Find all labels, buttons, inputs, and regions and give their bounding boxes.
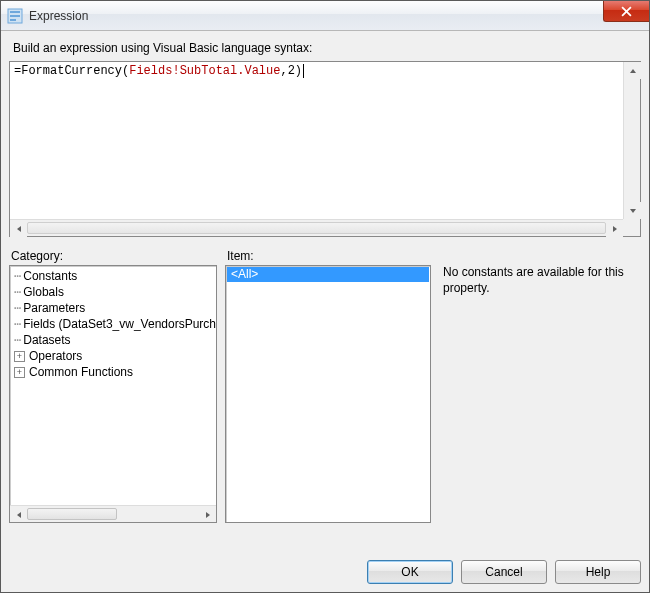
- scroll-right-icon[interactable]: [606, 220, 623, 237]
- tree-item-parameters[interactable]: ⋯ Parameters: [12, 300, 216, 316]
- scroll-corner: [623, 219, 640, 236]
- expression-editor[interactable]: =FormatCurrency(Fields!SubTotal.Value,2): [9, 61, 641, 237]
- dialog-buttons: OK Cancel Help: [367, 560, 641, 584]
- description-spacer: [441, 249, 641, 263]
- scroll-right-icon[interactable]: [199, 506, 216, 523]
- tree-item-operators[interactable]: + Operators: [12, 348, 216, 364]
- scroll-down-icon[interactable]: [624, 202, 641, 219]
- item-list[interactable]: <All>: [225, 265, 431, 523]
- category-horizontal-scrollbar[interactable]: [10, 505, 216, 522]
- selector-row: Category: ⋯ Constants ⋯ Globals ⋯: [9, 249, 641, 523]
- close-button[interactable]: [603, 1, 649, 22]
- editor-horizontal-scrollbar[interactable]: [10, 219, 623, 236]
- scroll-thumb[interactable]: [27, 222, 606, 234]
- text-cursor: [303, 64, 304, 78]
- tree-item-fields[interactable]: ⋯ Fields (DataSet3_vw_VendorsPurcha: [12, 316, 216, 332]
- category-column: Category: ⋯ Constants ⋯ Globals ⋯: [9, 249, 217, 523]
- svg-rect-2: [10, 15, 20, 17]
- instruction-label: Build an expression using Visual Basic l…: [13, 41, 637, 55]
- scroll-up-icon[interactable]: [624, 62, 641, 79]
- expression-dialog: Expression Build an expression using Vis…: [0, 0, 650, 593]
- tree-item-common-functions[interactable]: + Common Functions: [12, 364, 216, 380]
- help-button[interactable]: Help: [555, 560, 641, 584]
- category-tree[interactable]: ⋯ Constants ⋯ Globals ⋯ Parameters ⋯: [9, 265, 217, 523]
- expression-text[interactable]: =FormatCurrency(Fields!SubTotal.Value,2): [10, 62, 623, 219]
- scroll-left-icon[interactable]: [10, 220, 27, 237]
- svg-rect-1: [10, 11, 20, 13]
- item-column: Item: <All>: [225, 249, 431, 523]
- close-icon: [621, 6, 632, 17]
- app-icon: [7, 8, 23, 24]
- editor-vertical-scrollbar[interactable]: [623, 62, 640, 219]
- tree-item-globals[interactable]: ⋯ Globals: [12, 284, 216, 300]
- tree-item-constants[interactable]: ⋯ Constants: [12, 268, 216, 284]
- svg-rect-3: [10, 19, 16, 21]
- expand-icon[interactable]: +: [14, 351, 25, 362]
- scroll-thumb[interactable]: [27, 508, 117, 520]
- item-all[interactable]: <All>: [227, 267, 429, 282]
- category-label: Category:: [11, 249, 217, 263]
- client-area: Build an expression using Visual Basic l…: [9, 39, 641, 584]
- description-text: No constants are available for this prop…: [439, 265, 641, 296]
- field-reference: Fields!SubTotal.Value: [129, 64, 280, 78]
- ok-button[interactable]: OK: [367, 560, 453, 584]
- title-bar[interactable]: Expression: [1, 1, 649, 31]
- tree-item-datasets[interactable]: ⋯ Datasets: [12, 332, 216, 348]
- description-column: No constants are available for this prop…: [439, 249, 641, 523]
- item-label: Item:: [227, 249, 431, 263]
- expand-icon[interactable]: +: [14, 367, 25, 378]
- cancel-button[interactable]: Cancel: [461, 560, 547, 584]
- scroll-left-icon[interactable]: [10, 506, 27, 523]
- window-title: Expression: [29, 9, 88, 23]
